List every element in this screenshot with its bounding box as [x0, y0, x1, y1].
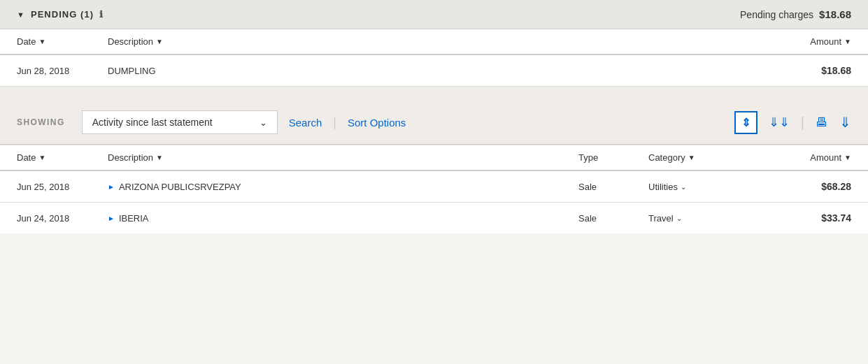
pending-charges-label: Pending charges	[740, 9, 813, 20]
row-amount: $68.28	[760, 181, 851, 192]
pending-charges-amount: $18.68	[819, 8, 851, 20]
pending-title[interactable]: ▼ PENDING (1) ℹ	[17, 9, 104, 20]
sort-options-button[interactable]: Sort Options	[348, 117, 406, 129]
activity-section: Date ▼ Description ▼ Type Category ▼ Amo…	[0, 145, 868, 233]
chevron-down-icon: ⌄	[681, 183, 686, 191]
amount-column-header[interactable]: Amount ▼	[760, 36, 851, 47]
row-expand-icon: ►	[108, 214, 115, 222]
pending-header: ▼ PENDING (1) ℹ Pending charges $18.68	[0, 0, 868, 29]
row-amount: $33.74	[760, 212, 851, 224]
activity-type-header: Type	[578, 152, 648, 163]
row-date: Jun 25, 2018	[17, 182, 108, 192]
activity-row: Jun 25, 2018 ► ARIZONA PUBLICSRVEZPAY Sa…	[0, 171, 868, 203]
pending-row-amount: $18.68	[760, 65, 851, 76]
sort-down-icon: ▼	[844, 154, 851, 161]
chevron-down-icon: ▼	[17, 10, 25, 19]
icon-separator: |	[801, 115, 804, 131]
showing-label: SHOWING	[17, 117, 65, 127]
sort-down-icon: ▼	[688, 154, 695, 161]
divider: |	[333, 115, 336, 130]
activity-description-header[interactable]: Description ▼	[108, 152, 578, 163]
section-gap	[0, 87, 868, 101]
row-category[interactable]: Travel ⌄	[648, 213, 760, 224]
showing-bar: SHOWING Activity since last statement ⌄ …	[0, 101, 868, 145]
activity-row: Jun 24, 2018 ► IBERIA Sale Travel ⌄ $33.…	[0, 203, 868, 233]
row-date: Jun 24, 2018	[17, 213, 108, 224]
main-container: ▼ PENDING (1) ℹ Pending charges $18.68 D…	[0, 0, 868, 233]
info-icon[interactable]: ℹ	[99, 9, 104, 20]
collapse-icon: ⇓⇓	[769, 115, 790, 130]
sort-down-icon: ▼	[156, 154, 163, 161]
description-column-header[interactable]: Description ▼	[108, 36, 760, 47]
row-expand-icon: ►	[108, 183, 115, 191]
date-column-header[interactable]: Date ▼	[17, 36, 108, 47]
print-icon: 🖶	[816, 115, 828, 130]
dropdown-value: Activity since last statement	[92, 117, 213, 128]
activity-category-header[interactable]: Category ▼	[648, 152, 760, 163]
print-button[interactable]: 🖶	[816, 115, 828, 130]
sort-down-icon: ▼	[38, 38, 45, 45]
pending-table-header: Date ▼ Description ▼ Amount ▼	[0, 29, 868, 55]
collapse-button[interactable]: ⇓⇓	[769, 115, 790, 130]
chevron-down-icon: ⌄	[259, 117, 267, 128]
download-button[interactable]: ⇓	[839, 114, 851, 131]
row-category[interactable]: Utilities ⌄	[648, 182, 760, 192]
download-icon: ⇓	[839, 114, 851, 131]
sort-down-icon: ▼	[844, 38, 851, 45]
sort-down-icon: ▼	[38, 154, 45, 161]
row-description[interactable]: ► IBERIA	[108, 213, 578, 224]
expand-collapse-button[interactable]: ⇕	[734, 111, 757, 134]
expand-collapse-icon: ⇕	[741, 116, 750, 129]
row-type: Sale	[578, 213, 648, 224]
pending-row-date: Jun 28, 2018	[17, 66, 108, 76]
chevron-down-icon: ⌄	[676, 214, 682, 222]
pending-label: PENDING (1)	[31, 9, 94, 20]
showing-actions: ⇕ ⇓⇓ | 🖶 ⇓	[734, 111, 851, 134]
row-description[interactable]: ► ARIZONA PUBLICSRVEZPAY	[108, 182, 578, 192]
sort-down-icon: ▼	[156, 38, 163, 45]
row-type: Sale	[578, 182, 648, 192]
pending-row: Jun 28, 2018 DUMPLING $18.68	[0, 55, 868, 87]
pending-charges: Pending charges $18.68	[740, 8, 851, 20]
activity-dropdown[interactable]: Activity since last statement ⌄	[82, 110, 278, 134]
activity-table-header: Date ▼ Description ▼ Type Category ▼ Amo…	[0, 145, 868, 171]
search-button[interactable]: Search	[289, 117, 322, 129]
activity-amount-header[interactable]: Amount ▼	[760, 152, 851, 163]
activity-date-header[interactable]: Date ▼	[17, 152, 108, 163]
pending-row-description: DUMPLING	[108, 66, 760, 76]
